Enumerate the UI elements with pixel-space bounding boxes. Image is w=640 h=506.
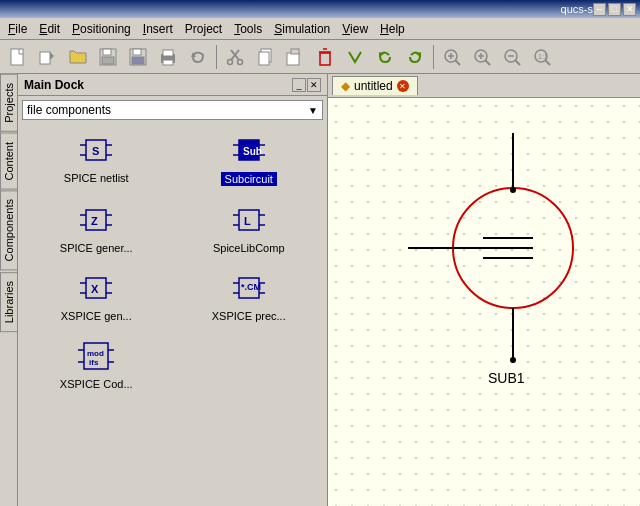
svg-rect-10 (163, 60, 173, 65)
xspice-prec-icon: *.CM (219, 270, 279, 306)
maximize-button[interactable]: □ (608, 3, 621, 16)
dropdown-arrow-icon: ▼ (308, 105, 318, 116)
svg-rect-19 (291, 49, 299, 54)
svg-text:Z: Z (91, 215, 98, 227)
xspice-generic-label: XSPICE gen... (61, 310, 132, 322)
svg-rect-1 (40, 52, 50, 64)
new-button[interactable] (4, 43, 32, 71)
titlebar: qucs-s ─ □ ✕ (0, 0, 640, 18)
svg-text:X: X (91, 283, 99, 295)
open-button[interactable] (64, 43, 92, 71)
comp-xspice-generic[interactable]: X XSPICE gen... (22, 266, 171, 326)
content-tab[interactable]: Content (0, 133, 17, 190)
tab-close-button[interactable]: ✕ (397, 80, 409, 92)
svg-rect-4 (102, 57, 114, 64)
menu-insert[interactable]: Insert (137, 20, 179, 38)
print-button[interactable] (154, 43, 182, 71)
xspice-code-label: XSPICE Cod... (60, 378, 133, 390)
spice-netlist-icon: S (66, 132, 126, 168)
comp-spice-netlist[interactable]: S SPICE netlist (22, 128, 171, 190)
spice-generic-icon: Z (66, 202, 126, 238)
cut-button[interactable] (221, 43, 249, 71)
svg-text:*.CM: *.CM (241, 282, 261, 292)
libraries-tab[interactable]: Libraries (0, 272, 17, 332)
toolbar-separator-2 (433, 45, 434, 69)
undo-all-button[interactable] (184, 43, 212, 71)
comp-spice-generic[interactable]: Z SPICE gener... (22, 198, 171, 258)
untitled-tab[interactable]: ◆ untitled ✕ (332, 76, 418, 95)
svg-line-37 (546, 60, 551, 65)
svg-text:mod: mod (87, 349, 104, 358)
main-area: Projects Content Components Libraries Ma… (0, 74, 640, 506)
svg-rect-18 (287, 53, 299, 65)
zoom-in-button[interactable] (468, 43, 496, 71)
dropdown-row: file components ▼ (18, 96, 327, 124)
svg-point-88 (510, 187, 516, 193)
svg-text:SUB1: SUB1 (488, 370, 525, 386)
svg-line-34 (516, 60, 521, 65)
xspice-code-icon: mod ifs (66, 338, 126, 374)
component-type-dropdown[interactable]: file components ▼ (22, 100, 323, 120)
dock-minimize-button[interactable]: _ (292, 78, 306, 92)
subcircuit-label: Subcircuit (221, 172, 277, 186)
comp-spicelib[interactable]: L SpiceLibComp (175, 198, 324, 258)
spice-netlist-label: SPICE netlist (64, 172, 129, 184)
xspice-prec-label: XSPICE prec... (212, 310, 286, 322)
toolbar: 1:1 (0, 40, 640, 74)
copy-button[interactable] (251, 43, 279, 71)
svg-text:1:1: 1:1 (538, 53, 548, 60)
svg-rect-17 (259, 52, 269, 65)
paste-button[interactable] (281, 43, 309, 71)
projects-tab[interactable]: Projects (0, 74, 17, 132)
right-panel: ◆ untitled ✕ (328, 74, 640, 506)
open-recent-button[interactable] (34, 43, 62, 71)
menu-project[interactable]: Project (179, 20, 228, 38)
svg-point-14 (228, 59, 233, 64)
close-button[interactable]: ✕ (623, 3, 636, 16)
svg-text:L: L (244, 215, 251, 227)
tab-bar: ◆ untitled ✕ (328, 74, 640, 98)
components-tab[interactable]: Components (0, 190, 17, 270)
svg-line-26 (456, 60, 461, 65)
titlebar-buttons: ─ □ ✕ (593, 3, 636, 16)
dock-close-button[interactable]: ✕ (307, 78, 321, 92)
undo-button[interactable] (371, 43, 399, 71)
svg-rect-0 (11, 49, 23, 65)
spicelib-label: SpiceLibComp (213, 242, 285, 254)
menu-file[interactable]: File (2, 20, 33, 38)
svg-point-90 (510, 357, 516, 363)
zoom-fit-button[interactable] (438, 43, 466, 71)
comp-subcircuit[interactable]: Sub Subcircuit (175, 128, 324, 190)
svg-rect-20 (320, 53, 330, 65)
delete-button[interactable] (311, 43, 339, 71)
comp-xspice-prec[interactable]: *.CM XSPICE prec... (175, 266, 324, 326)
menu-tools[interactable]: Tools (228, 20, 268, 38)
svg-text:S: S (92, 145, 99, 157)
components-grid: S SPICE netlist Sub (18, 124, 327, 506)
svg-rect-7 (132, 57, 144, 64)
menu-simulation[interactable]: Simulation (268, 20, 336, 38)
zoom-100-button[interactable]: 1:1 (528, 43, 556, 71)
redo-button[interactable] (401, 43, 429, 71)
menubar: File Edit Positioning Insert Project Too… (0, 18, 640, 40)
menu-edit[interactable]: Edit (33, 20, 66, 38)
save-as-button[interactable] (124, 43, 152, 71)
schematic-canvas[interactable]: SUB1 (328, 98, 640, 506)
menu-view[interactable]: View (336, 20, 374, 38)
tab-label: untitled (354, 79, 393, 93)
zoom-out-button[interactable] (498, 43, 526, 71)
menu-positioning[interactable]: Positioning (66, 20, 137, 38)
comp-xspice-code[interactable]: mod ifs XSPICE Cod... (22, 334, 171, 394)
xspice-generic-icon: X (66, 270, 126, 306)
dropdown-value: file components (27, 103, 111, 117)
spice-generic-label: SPICE gener... (60, 242, 133, 254)
svg-text:ifs: ifs (89, 358, 99, 367)
svg-rect-6 (133, 49, 141, 55)
schematic-svg: SUB1 (388, 128, 638, 388)
svg-rect-3 (103, 49, 111, 55)
mirror-button[interactable] (341, 43, 369, 71)
minimize-button[interactable]: ─ (593, 3, 606, 16)
titlebar-title: qucs-s (561, 3, 593, 15)
menu-help[interactable]: Help (374, 20, 411, 38)
save-button[interactable] (94, 43, 122, 71)
